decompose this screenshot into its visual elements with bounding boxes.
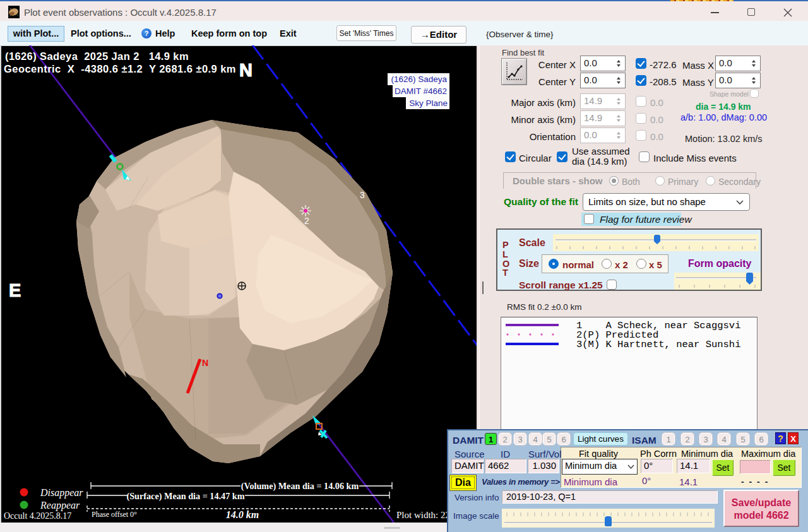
svg-text:Reappear: Reappear	[40, 500, 80, 511]
svg-text:Sky Plane: Sky Plane	[409, 98, 448, 108]
svg-text:N: N	[239, 60, 252, 80]
svg-text:(Surface) Mean dia = 14.47 km: (Surface) Mean dia = 14.47 km	[127, 491, 245, 502]
svg-text:Geocentric X -4380.6 ±1.2 Y: Geocentric X -4380.6 ±1.2 Y 2681.6 ±0.9 …	[4, 63, 236, 74]
svg-text:3(M) K Hartnett, near Sunshi: 3(M) K Hartnett, near Sunshi	[576, 339, 740, 350]
svg-text:Plot width: 22: Plot width: 22	[396, 510, 450, 520]
svg-text:14.0 km: 14.0 km	[226, 509, 259, 520]
svg-text:N: N	[202, 358, 208, 368]
svg-text:DAMIT #4662: DAMIT #4662	[395, 86, 447, 96]
svg-text:E: E	[9, 280, 21, 300]
svg-text:Phase offset 0°: Phase offset 0°	[92, 510, 137, 519]
svg-text:3: 3	[360, 190, 365, 200]
svg-text:2: 2	[304, 216, 309, 226]
svg-text:Occult 4.2025.8.17: Occult 4.2025.8.17	[4, 511, 71, 521]
svg-text:(Volume) Mean dia = 14.06 km: (Volume) Mean dia = 14.06 km	[241, 481, 359, 492]
svg-text:(1626) Sadeya 2025 Jan 2 14: (1626) Sadeya 2025 Jan 2 14.9 km	[5, 50, 189, 62]
svg-text:Disappear: Disappear	[40, 487, 83, 499]
svg-text:(1626) Sadeya: (1626) Sadeya	[391, 74, 447, 84]
